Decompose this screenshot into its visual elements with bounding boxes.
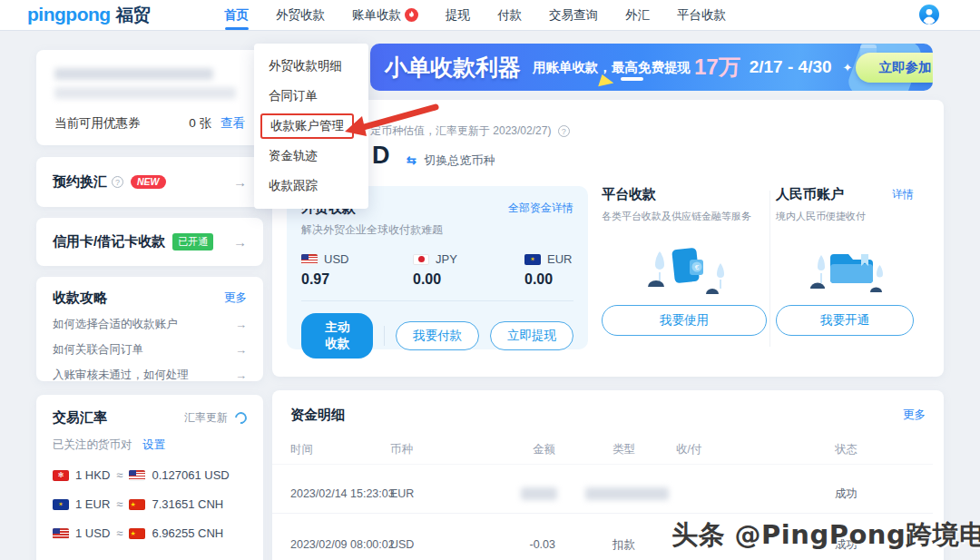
approx-icon: ≈	[116, 526, 122, 540]
cell-amount: -0.03	[490, 538, 555, 551]
guide-item[interactable]: 如何选择合适的收款账户→	[53, 317, 247, 332]
join-now-button[interactable]: 立即参加	[856, 53, 933, 83]
card-payment-title: 信用卡/借记卡收款	[53, 233, 165, 251]
guide-item-label: 如何关联合同订单	[53, 342, 143, 358]
nav-item-label: 外汇	[625, 7, 650, 24]
all-funds-detail-link[interactable]: 全部资金详情	[508, 201, 573, 216]
approx-icon: ≈	[116, 468, 122, 482]
approx-icon: ≈	[116, 497, 122, 511]
blurred-account-name	[54, 68, 213, 80]
logo-text-cn: 福贸	[116, 4, 151, 27]
dropdown-item[interactable]: 资金轨迹	[254, 141, 368, 171]
switch-currency-control[interactable]: ⇆ 切换总览币种	[407, 152, 495, 169]
banner-subtitle: 用账单收款，最高免费提现	[533, 59, 691, 76]
nav-item-2[interactable]: 账单收款	[352, 0, 418, 30]
refresh-icon[interactable]	[232, 409, 249, 426]
coupon-count: 0 张	[189, 115, 211, 132]
rmb-detail-link[interactable]: 详情	[892, 187, 914, 202]
balance-value: 0.00	[413, 271, 524, 288]
nav-item-0[interactable]: 首页	[224, 0, 249, 30]
balance-code: EUR	[547, 252, 572, 266]
balance-value: 0.97	[301, 271, 413, 288]
column-header: 时间	[290, 441, 313, 457]
nav-item-5[interactable]: 交易查询	[549, 0, 598, 30]
nav-item-3[interactable]: 提现	[446, 0, 470, 30]
dropdown-item-label: 收款跟踪	[269, 178, 318, 194]
rmb-title: 人民币账户	[776, 186, 844, 203]
paper-plane-decor	[598, 74, 615, 91]
nav-item-1[interactable]: 外贸收款	[276, 0, 325, 30]
balance-jpy: JPY0.00	[413, 252, 524, 288]
open-rmb-button[interactable]: 我要开通	[776, 305, 914, 336]
dropdown-item-label: 外贸收款明细	[269, 58, 342, 74]
arrow-right-icon: →	[235, 368, 247, 382]
table-row[interactable]: 2023/02/14 15:23:03EUR成功	[272, 474, 933, 514]
guide-more-link[interactable]: 更多	[224, 290, 247, 306]
cn-flag-icon	[129, 499, 145, 510]
enabled-badge: 已开通	[172, 233, 213, 251]
funds-more-link[interactable]: 更多	[903, 408, 926, 423]
rmb-subtitle: 境内人民币便捷收付	[776, 210, 914, 223]
watched-pairs-label: 已关注的货币对	[53, 438, 132, 451]
us-flag-icon	[301, 254, 318, 265]
exchange-rate-card: 交易汇率 汇率更新 已关注的货币对 设置 1 HKD≈0.127061 USD1…	[36, 395, 263, 560]
banner-title: 小单收款利器	[385, 53, 521, 83]
cell-time: 2023/02/14 15:23:03	[290, 487, 395, 500]
guide-item[interactable]: 如何关联合同订单→	[53, 342, 247, 358]
trade-collection-panel: 外贸收款 全部资金详情 解决外贸企业全球收付款难题 USD0.97JPY0.00…	[287, 186, 588, 349]
trade-subtitle: 解决外贸企业全球收付款难题	[301, 222, 573, 238]
nav-item-6[interactable]: 外汇	[625, 0, 650, 30]
nav-item-label: 付款	[497, 7, 522, 24]
cell-time: 2023/02/09 08:00:02	[290, 538, 395, 551]
pingpong-logo[interactable]: pingpong 福贸	[27, 4, 151, 27]
top-navigation-bar: pingpong 福贸 首页外贸收款账单收款提现付款交易查询外汇平台收款	[0, 0, 980, 30]
dropdown-item[interactable]: 外贸收款明细	[254, 51, 368, 81]
cell-status: 成功	[835, 486, 858, 501]
divider	[301, 300, 573, 301]
page: pingpong 福贸 首页外贸收款账单收款提现付款交易查询外汇平台收款 当前可…	[0, 0, 980, 560]
nav-item-label: 平台收款	[677, 7, 726, 24]
question-icon[interactable]: ?	[558, 125, 570, 137]
balance-eur: EUR0.00	[524, 252, 572, 288]
question-icon[interactable]: ?	[112, 176, 123, 188]
nav-item-4[interactable]: 付款	[497, 0, 522, 30]
arrow-right-icon: →	[235, 318, 247, 331]
dropdown-item-label: 资金轨迹	[269, 148, 318, 164]
pair-to: 6.96255 CNH	[152, 526, 223, 540]
pair-from: 1 EUR	[75, 497, 110, 511]
user-avatar[interactable]	[918, 4, 940, 25]
balance-code: JPY	[436, 252, 457, 266]
rmb-account-panel: 人民币账户 详情 境内人民币便捷收付 我要开通	[776, 186, 914, 336]
dropdown-item-label: 合同订单	[269, 88, 318, 104]
column-header: 类型	[612, 441, 635, 457]
avatar-icon	[918, 4, 940, 25]
guide-title: 收款攻略	[53, 290, 107, 307]
rate-title: 交易汇率	[53, 409, 107, 427]
coupon-view-link[interactable]: 查看	[220, 115, 245, 132]
divider	[384, 326, 385, 346]
column-header: 状态	[835, 441, 858, 457]
dropdown-item[interactable]: 收款跟踪	[254, 171, 368, 201]
pay-button[interactable]: 我要付款	[396, 321, 479, 350]
withdraw-button[interactable]: 立即提现	[490, 321, 573, 350]
blurred-account-info	[54, 87, 236, 99]
guide-item[interactable]: 入账审核未通过，如何处理→	[53, 368, 247, 383]
watermark-text: 头条 @PingPong跨境电商	[671, 517, 980, 554]
card-payment-card[interactable]: 信用卡/借记卡收款 已开通 →	[36, 218, 263, 266]
active-collect-button[interactable]: 主动收款	[301, 313, 373, 359]
balance-code: USD	[324, 252, 348, 266]
cell-currency: EUR	[390, 487, 414, 500]
cell-currency: USD	[390, 538, 414, 551]
banner-amount: 17万	[694, 53, 740, 82]
cn-flag-icon	[129, 528, 145, 539]
blurred-amount	[521, 487, 557, 500]
reserve-exchange-card[interactable]: 预约换汇 ? NEW →	[36, 157, 263, 207]
currency-balances: USD0.97JPY0.00EUR0.00	[301, 252, 573, 288]
rate-settings-link[interactable]: 设置	[142, 438, 165, 451]
nav-item-7[interactable]: 平台收款	[677, 0, 726, 30]
eu-flag-icon	[524, 254, 541, 265]
promo-banner[interactable]: 小单收款利器 用账单收款，最高免费提现 17万 2/17 - 4/30 ✦ 立即…	[370, 44, 933, 91]
jp-flag-icon	[413, 254, 429, 265]
pair-from: 1 USD	[75, 526, 110, 540]
use-platform-button[interactable]: 我要使用	[602, 305, 767, 336]
